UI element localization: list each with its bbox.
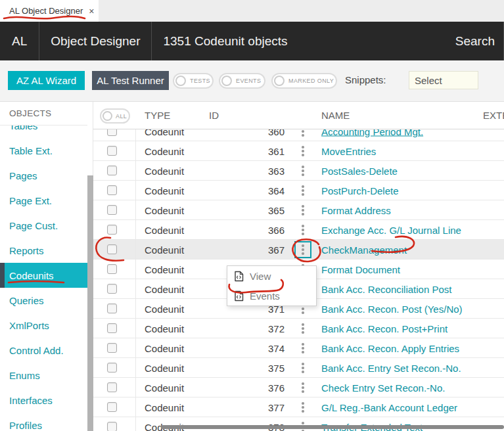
toggle-events[interactable]: EVENTS [219,73,265,89]
sidebar-item-page-cust[interactable]: Page Cust. [0,213,87,238]
tab-al-object-designer[interactable]: AL Object Designer × [0,0,99,22]
column-header-exte: EXTE [483,110,504,121]
row-name-link[interactable]: CheckManagement [321,244,407,255]
row-checkbox[interactable] [107,284,117,294]
table-row[interactable]: Codeunit363PostSales-Delete [93,161,504,181]
toggle-marked-only[interactable]: MARKED ONLY [271,73,337,89]
row-name-link[interactable]: MoveEntries [321,145,376,156]
sidebar-item-queries[interactable]: Queries [0,288,87,313]
kebab-menu-button[interactable] [294,129,311,140]
row-type: Codeunit [145,303,184,314]
table-row[interactable]: Codeunit376Check Entry Set Recon.-No. [93,378,504,397]
row-name-link[interactable]: Format Document [321,263,400,275]
row-name-link[interactable]: Format Address [321,204,391,216]
table-header: ALL TYPEIDNAMEEXTE [93,102,504,129]
row-checkbox[interactable] [107,264,117,274]
row-name-link[interactable]: Accounting Period Mgt. [321,129,423,137]
search-button[interactable]: Search [447,22,504,60]
sidebar-scrollbar-thumb[interactable] [87,175,93,431]
sidebar-item-enums[interactable]: Enums [0,363,87,388]
row-name-link[interactable]: G/L Reg.-Bank Account Ledger [321,401,457,413]
row-checkbox[interactable] [107,363,117,373]
row-checkbox[interactable] [107,382,117,392]
kebab-menu-button[interactable] [294,182,311,199]
az-al-wizard-button[interactable]: AZ AL Wizard [8,71,85,90]
row-checkbox[interactable] [107,225,117,235]
column-header-id: ID [209,110,219,121]
kebab-menu-button[interactable] [294,143,311,160]
sidebar-item-reports[interactable]: Reports [0,238,87,263]
table-row[interactable]: Codeunit375Bank Acc. Entry Set Recon.-No… [93,358,504,378]
toggle-tests[interactable]: TESTS [173,73,214,89]
selected-item-notch [0,263,5,288]
row-checkbox[interactable] [107,343,117,353]
table-row[interactable]: Codeunit377G/L Reg.-Bank Account Ledger [93,397,504,417]
row-name-link[interactable]: Bank Acc. Entry Set Recon.-No. [321,362,461,373]
row-type: Codeunit [145,165,184,176]
sidebar-item-table-ext[interactable]: Table Ext. [0,138,87,163]
row-checkbox[interactable] [107,129,117,136]
table-row[interactable]: Codeunit372Bank Acc. Recon. Post+Print [93,319,504,338]
row-name-link[interactable]: Exchange Acc. G/L Journal Line [321,224,461,235]
sidebar-item-profiles[interactable]: Profiles [0,413,87,431]
kebab-menu-button[interactable] [294,202,311,219]
row-type: Codeunit [145,185,184,196]
row-checkbox[interactable] [107,304,117,313]
table-row[interactable]: Codeunit365Format Address [93,200,504,220]
row-checkbox[interactable] [107,402,117,412]
row-name-link[interactable]: Bank Acc. Recon. Post (Yes/No) [321,303,463,314]
horizontal-scrollbar[interactable] [161,425,504,429]
kebab-menu-button[interactable] [294,221,311,238]
row-checkbox[interactable] [107,205,117,215]
row-id: 360 [192,129,285,137]
kebab-menu-button[interactable] [294,320,311,337]
kebab-menu-button[interactable] [294,399,311,416]
al-test-runner-button[interactable]: AL Test Runner [92,71,169,90]
column-header-name: NAME [321,110,350,121]
table-row[interactable]: Codeunit361MoveEntries [93,141,504,161]
menu-item-events[interactable]: Events [227,286,316,306]
toggle-all[interactable]: ALL [100,108,130,124]
sidebar-item-xmlports[interactable]: XmlPorts [0,313,87,338]
object-count-label: 1351 Codeunit objects [152,22,298,60]
row-checkbox[interactable] [107,166,117,175]
row-checkbox[interactable] [107,244,117,254]
sidebar-item-page-ext[interactable]: Page Ext. [0,188,87,213]
row-id: 366 [192,224,285,235]
sidebar-item-interfaces[interactable]: Interfaces [0,388,87,413]
table-row[interactable]: Codeunit367CheckManagement [93,240,504,260]
sidebar-header: OBJECTS [0,102,87,125]
snippets-select[interactable]: Select [409,71,478,89]
kebab-menu-button[interactable] [294,162,311,179]
kebab-menu-button[interactable] [294,340,311,357]
tab-title: AL Object Designer [9,6,83,16]
kebab-menu-button[interactable] [294,359,311,376]
table-row[interactable]: Codeunit364PostPurch-Delete [93,181,504,200]
table-row[interactable]: Codeunit360Accounting Period Mgt. [93,129,504,141]
sidebar-item-pages[interactable]: Pages [0,163,87,188]
row-type: Codeunit [145,145,184,156]
row-name-link[interactable]: PostSales-Delete [321,165,398,176]
kebab-menu-button[interactable] [294,379,311,396]
row-name-link[interactable]: PostPurch-Delete [321,185,399,196]
kebab-menu-button[interactable] [294,241,311,258]
row-checkbox[interactable] [107,422,117,431]
row-checkbox[interactable] [107,323,117,333]
toggle-knob [175,76,186,86]
table-row[interactable]: Codeunit366Exchange Acc. G/L Journal Lin… [93,220,504,240]
sidebar-item-control-add[interactable]: Control Add. [0,338,87,363]
row-name-link[interactable]: Bank Acc. Recon. Apply Entries [321,342,459,353]
row-id: 375 [192,362,285,373]
row-checkbox[interactable] [107,146,117,156]
toggle-knob [103,111,112,121]
table-row[interactable]: Codeunit374Bank Acc. Recon. Apply Entrie… [93,338,504,358]
sidebar-item-codeunits[interactable]: Codeunits [0,263,87,288]
close-icon[interactable]: × [89,7,94,16]
sidebar-items: TablesTable Ext.PagesPage Ext.Page Cust.… [0,102,87,431]
row-name-link[interactable]: Bank Acc. Recon. Post+Print [321,323,447,334]
menu-item-view[interactable]: View [227,266,316,286]
app-header: AL Object Designer 1351 Codeunit objects… [0,22,504,60]
row-name-link[interactable]: Check Entry Set Recon.-No. [321,382,445,393]
row-checkbox[interactable] [107,185,117,195]
row-name-link[interactable]: Bank Acc. Reconciliation Post [321,283,451,294]
